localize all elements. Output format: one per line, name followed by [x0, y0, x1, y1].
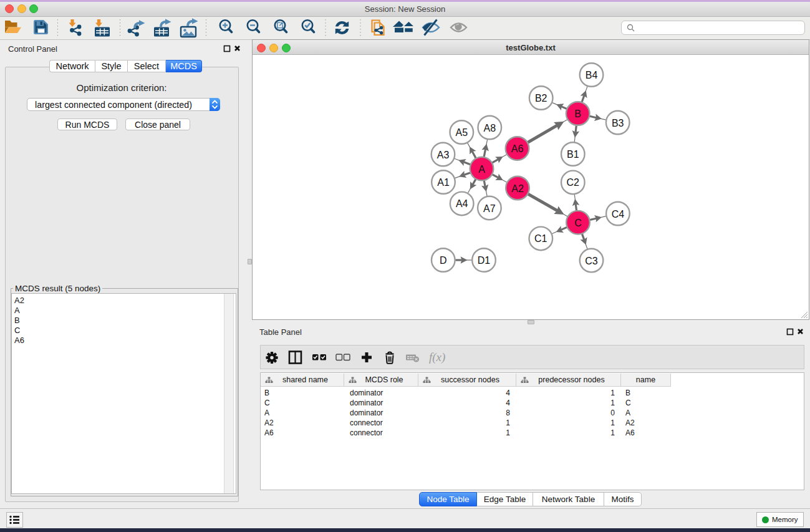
svg-text:A2: A2 [511, 183, 524, 194]
svg-text:A: A [478, 164, 485, 175]
svg-text:A5: A5 [456, 127, 468, 138]
svg-text:A4: A4 [456, 198, 468, 209]
svg-text:C: C [574, 218, 582, 228]
svg-text:C3: C3 [585, 256, 598, 266]
svg-text:B: B [574, 109, 581, 119]
svg-text:A1: A1 [437, 177, 450, 188]
svg-text:B3: B3 [612, 118, 624, 128]
svg-text:C1: C1 [534, 233, 547, 244]
svg-text:A8: A8 [484, 123, 496, 133]
svg-text:f(x): f(x) [429, 351, 445, 364]
svg-text:C2: C2 [567, 177, 580, 188]
svg-text:B4: B4 [586, 70, 598, 80]
svg-text:A7: A7 [483, 203, 496, 214]
svg-text:D: D [440, 255, 447, 266]
svg-text:D1: D1 [478, 255, 491, 266]
svg-text:A6: A6 [511, 143, 524, 154]
svg-text:A3: A3 [437, 150, 450, 160]
svg-text:C4: C4 [612, 209, 625, 220]
svg-text:B1: B1 [567, 149, 579, 160]
svg-text:B2: B2 [535, 93, 547, 104]
